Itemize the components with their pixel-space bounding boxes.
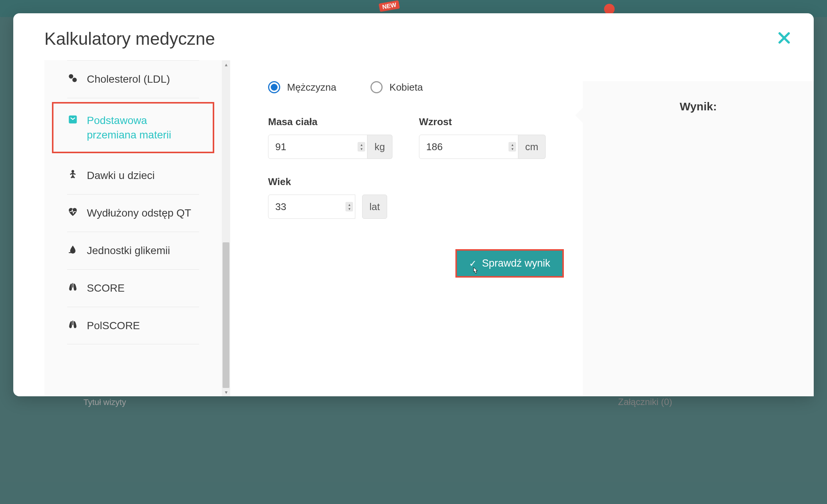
unit-label: lat: [362, 195, 387, 219]
lungs-icon: [67, 319, 78, 330]
close-icon: [777, 31, 791, 45]
spinner-down-icon[interactable]: ▾: [358, 147, 364, 151]
sidebar-item-label: Jednostki glikemii: [87, 243, 170, 258]
close-button[interactable]: [774, 30, 795, 48]
sidebar-item-bmr[interactable]: Podstawowa przemiana materii: [52, 102, 214, 154]
scale-icon: [67, 114, 78, 125]
sidebar-list: Cholesterol (LDL) Podstawowa przemiana m…: [44, 60, 222, 344]
result-title: Wynik:: [598, 100, 799, 113]
radio-label: Kobieta: [389, 82, 423, 93]
sidebar-item-label: SCORE: [87, 281, 125, 295]
sidebar-item-glycemia[interactable]: Jednostki glikemii: [67, 232, 199, 270]
bg-visit-title: Tytuł wizyty: [83, 397, 126, 407]
spinner-age[interactable]: ▴ ▾: [345, 202, 353, 212]
scroll-thumb[interactable]: [223, 242, 229, 388]
spinner-up-icon[interactable]: ▴: [358, 143, 364, 147]
scroll-down-arrow[interactable]: ▾: [222, 388, 230, 396]
radio-circle-icon: [268, 81, 280, 93]
heartbeat-icon: [67, 207, 78, 217]
spinner-height[interactable]: ▴ ▾: [508, 142, 516, 152]
spinner-mass[interactable]: ▴ ▾: [358, 142, 365, 152]
height-input[interactable]: [419, 135, 518, 159]
input-group-height: ▴ ▾ cm: [419, 135, 546, 159]
modal-title: Kalkulatory medyczne: [44, 28, 215, 49]
sidebar-item-label: Wydłużony odstęp QT: [87, 206, 191, 220]
form-column: Mężczyzna Kobieta Masa ciała: [268, 81, 564, 396]
spinner-up-icon[interactable]: ▴: [509, 143, 515, 147]
field-row-2: Wiek ▴ ▾ lat: [268, 176, 564, 219]
sidebar: Cholesterol (LDL) Podstawowa przemiana m…: [44, 60, 222, 396]
mass-input[interactable]: [268, 135, 367, 159]
radio-circle-icon: [370, 81, 383, 93]
sidebar-item-label: PolSCORE: [87, 319, 140, 333]
notification-badge: [604, 4, 615, 14]
radio-label: Mężczyzna: [287, 82, 336, 93]
spinner-down-icon[interactable]: ▾: [509, 147, 515, 151]
field-height: Wzrost ▴ ▾ cm: [419, 116, 546, 159]
scroll-up-arrow[interactable]: ▴: [222, 60, 230, 69]
sidebar-item-qt[interactable]: Wydłużony odstęp QT: [67, 195, 199, 232]
submit-label: Sprawdź wynik: [482, 257, 550, 269]
sidebar-scrollbar[interactable]: ▴ ▾: [222, 60, 230, 396]
spinner-down-icon[interactable]: ▾: [346, 207, 352, 211]
modal-body: Cholesterol (LDL) Podstawowa przemiana m…: [13, 60, 814, 396]
cursor-pointer-icon: [471, 267, 479, 278]
submit-row: ✓ Sprawdź wynik: [268, 249, 564, 278]
sidebar-item-label: Cholesterol (LDL): [87, 72, 170, 86]
age-input[interactable]: [268, 195, 355, 219]
check-result-button[interactable]: ✓ Sprawdź wynik: [455, 249, 564, 278]
svg-point-3: [72, 78, 77, 82]
svg-point-5: [72, 170, 74, 173]
modal-header: Kalkulatory medyczne: [13, 28, 814, 60]
spinner-up-icon[interactable]: ▴: [346, 203, 352, 207]
drop-icon: [67, 244, 78, 255]
input-group-age: ▴ ▾ lat: [268, 195, 387, 219]
result-panel: Wynik:: [583, 81, 814, 396]
field-age: Wiek ▴ ▾ lat: [268, 176, 387, 219]
sidebar-item-children-doses[interactable]: Dawki u dzieci: [67, 157, 199, 195]
unit-label: kg: [367, 135, 392, 159]
radio-female[interactable]: Kobieta: [370, 81, 423, 93]
sidebar-item-label: Dawki u dzieci: [87, 168, 155, 183]
field-label: Wiek: [268, 176, 387, 188]
unit-label: cm: [518, 135, 546, 159]
sidebar-item-score[interactable]: SCORE: [67, 270, 199, 307]
field-label: Wzrost: [419, 116, 546, 128]
child-icon: [67, 169, 78, 180]
pills-icon: [67, 73, 78, 83]
field-row-1: Masa ciała ▴ ▾ kg: [268, 116, 564, 159]
svg-rect-7: [72, 320, 73, 325]
field-label: Masa ciała: [268, 116, 392, 128]
modal-dialog: Kalkulatory medyczne Cholesterol (LDL): [13, 13, 814, 396]
sidebar-item-cholesterol[interactable]: Cholesterol (LDL): [67, 60, 199, 98]
radio-male[interactable]: Mężczyzna: [268, 81, 336, 93]
sidebar-item-polscore[interactable]: PolSCORE: [67, 307, 199, 345]
svg-rect-6: [72, 283, 73, 287]
gender-radio-group: Mężczyzna Kobieta: [268, 81, 564, 93]
main-area: Mężczyzna Kobieta Masa ciała: [230, 60, 814, 396]
input-group-mass: ▴ ▾ kg: [268, 135, 392, 159]
sidebar-container: Cholesterol (LDL) Podstawowa przemiana m…: [44, 60, 230, 396]
svg-point-2: [69, 74, 74, 79]
bg-attachments: Załączniki (0): [618, 397, 672, 407]
sidebar-item-label: Podstawowa przemiana materii: [87, 113, 199, 142]
field-mass: Masa ciała ▴ ▾ kg: [268, 116, 392, 159]
lungs-icon: [67, 282, 78, 292]
